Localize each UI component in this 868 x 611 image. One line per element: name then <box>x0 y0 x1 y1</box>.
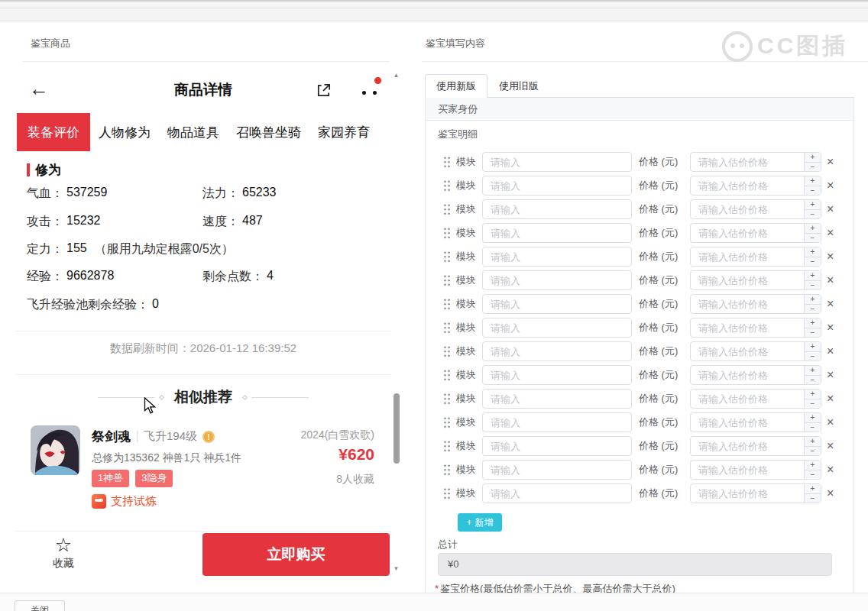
module-input[interactable] <box>482 270 632 290</box>
drag-handle-icon[interactable] <box>443 440 451 452</box>
decrement-button[interactable]: − <box>805 447 821 456</box>
remove-row-button[interactable]: × <box>827 487 834 499</box>
increment-button[interactable]: + <box>805 342 821 352</box>
estimate-input[interactable] <box>690 152 821 172</box>
module-input[interactable] <box>482 389 632 409</box>
decrement-button[interactable]: − <box>805 210 821 219</box>
estimate-input[interactable] <box>690 436 821 456</box>
product-tab[interactable]: 物品道具 <box>159 113 228 151</box>
module-input[interactable] <box>482 483 632 503</box>
estimate-input[interactable] <box>690 247 821 267</box>
estimate-input[interactable] <box>690 294 821 314</box>
estimate-input[interactable] <box>690 223 821 243</box>
increment-button[interactable]: + <box>805 461 821 470</box>
decrement-button[interactable]: − <box>805 470 821 480</box>
decrement-button[interactable]: − <box>805 352 821 361</box>
increment-button[interactable]: + <box>805 437 821 447</box>
product-tab[interactable]: 装备评价 <box>17 113 90 151</box>
decrement-button[interactable]: − <box>805 305 821 314</box>
remove-row-button[interactable]: × <box>827 322 834 334</box>
remove-row-button[interactable]: × <box>827 440 834 452</box>
drag-handle-icon[interactable] <box>443 345 451 357</box>
close-window-button[interactable]: 关闭 <box>15 600 65 611</box>
decrement-button[interactable]: − <box>805 163 821 172</box>
estimate-input[interactable] <box>690 412 821 432</box>
remove-row-button[interactable]: × <box>827 416 834 428</box>
increment-button[interactable]: + <box>805 200 821 210</box>
decrement-button[interactable]: − <box>805 328 821 338</box>
module-input[interactable] <box>482 436 632 456</box>
product-tab[interactable]: 召唤兽坐骑 <box>228 113 309 151</box>
similar-item-card[interactable]: 祭剑魂 飞升194级 ! 总修为135362 神兽1只 神兵1件 2024(白雪… <box>15 422 391 522</box>
scroll-up-icon[interactable]: ▲ <box>392 72 400 79</box>
increment-button[interactable]: + <box>805 484 821 494</box>
drag-handle-icon[interactable] <box>443 464 451 476</box>
remove-row-button[interactable]: × <box>827 345 834 357</box>
remove-row-button[interactable]: × <box>827 203 834 215</box>
drag-handle-icon[interactable] <box>443 416 451 428</box>
increment-button[interactable]: + <box>805 295 821 305</box>
drag-handle-icon[interactable] <box>443 227 451 239</box>
estimate-input[interactable] <box>690 318 821 338</box>
share-icon[interactable] <box>315 82 332 102</box>
module-input[interactable] <box>482 341 632 361</box>
decrement-button[interactable]: − <box>805 494 821 503</box>
module-input[interactable] <box>482 365 632 385</box>
remove-row-button[interactable]: × <box>827 393 834 405</box>
remove-row-button[interactable]: × <box>827 274 834 286</box>
more-options-icon[interactable] <box>358 91 381 97</box>
remove-row-button[interactable]: × <box>827 227 834 239</box>
remove-row-button[interactable]: × <box>827 251 834 263</box>
drag-handle-icon[interactable] <box>443 179 451 192</box>
remove-row-button[interactable]: × <box>827 298 834 310</box>
version-tab[interactable]: 使用旧版 <box>487 74 550 98</box>
decrement-button[interactable]: − <box>805 186 821 196</box>
scroll-down-icon[interactable]: ▼ <box>392 565 400 572</box>
estimate-input[interactable] <box>690 483 821 503</box>
estimate-input[interactable] <box>690 199 821 219</box>
remove-row-button[interactable]: × <box>827 369 834 381</box>
drag-handle-icon[interactable] <box>443 251 451 263</box>
increment-button[interactable]: + <box>805 390 821 399</box>
product-tab[interactable]: 家园养育 <box>309 113 378 151</box>
increment-button[interactable]: + <box>805 271 821 281</box>
increment-button[interactable]: + <box>805 224 821 234</box>
drag-handle-icon[interactable] <box>443 156 451 168</box>
remove-row-button[interactable]: × <box>827 156 834 168</box>
estimate-input[interactable] <box>690 389 821 409</box>
module-input[interactable] <box>482 247 632 267</box>
drag-handle-icon[interactable] <box>443 203 451 215</box>
estimate-input[interactable] <box>690 176 821 196</box>
increment-button[interactable]: + <box>805 366 821 376</box>
module-input[interactable] <box>482 318 632 338</box>
module-input[interactable] <box>482 199 632 219</box>
module-input[interactable] <box>482 152 632 172</box>
module-input[interactable] <box>482 294 632 314</box>
estimate-input[interactable] <box>690 365 821 385</box>
add-row-button[interactable]: + 新增 <box>458 513 502 532</box>
version-tab[interactable]: 使用新版 <box>425 74 487 98</box>
remove-row-button[interactable]: × <box>827 179 834 192</box>
decrement-button[interactable]: − <box>805 399 821 409</box>
module-input[interactable] <box>482 176 632 196</box>
decrement-button[interactable]: − <box>805 257 821 267</box>
drag-handle-icon[interactable] <box>443 298 451 310</box>
drag-handle-icon[interactable] <box>443 274 451 286</box>
remove-row-button[interactable]: × <box>827 464 834 476</box>
increment-button[interactable]: + <box>805 176 821 186</box>
decrement-button[interactable]: − <box>805 423 821 432</box>
module-input[interactable] <box>482 223 632 243</box>
module-input[interactable] <box>482 412 632 432</box>
increment-button[interactable]: + <box>805 318 821 328</box>
drag-handle-icon[interactable] <box>443 487 451 499</box>
decrement-button[interactable]: − <box>805 281 821 290</box>
increment-button[interactable]: + <box>805 247 821 257</box>
product-tab[interactable]: 人物修为 <box>90 113 159 151</box>
decrement-button[interactable]: − <box>805 234 821 243</box>
drag-handle-icon[interactable] <box>443 369 451 381</box>
estimate-input[interactable] <box>690 270 821 290</box>
decrement-button[interactable]: − <box>805 376 821 385</box>
estimate-input[interactable] <box>690 341 821 361</box>
drag-handle-icon[interactable] <box>443 393 451 405</box>
drag-handle-icon[interactable] <box>443 322 451 334</box>
